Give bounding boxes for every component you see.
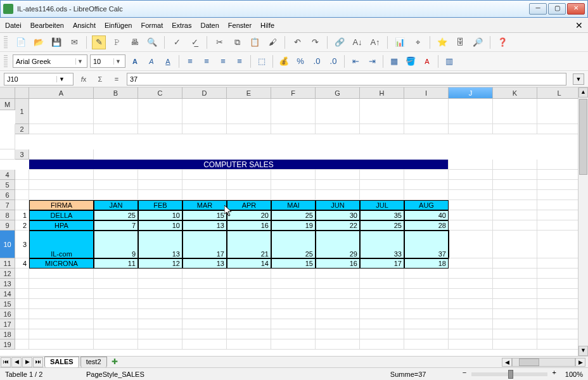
currency-icon[interactable]: 💰 xyxy=(277,54,291,68)
paste-icon[interactable]: 📋 xyxy=(248,35,262,49)
tab-last-icon[interactable]: ⏭ xyxy=(33,357,43,367)
cell-G11[interactable]: 15 xyxy=(271,258,316,269)
hyperlink-icon[interactable]: 🔗 xyxy=(333,35,347,49)
cell-G15[interactable] xyxy=(271,299,316,309)
cell-M1[interactable] xyxy=(0,124,15,149)
tab-test2[interactable]: test2 xyxy=(80,357,107,367)
cell-M10[interactable] xyxy=(537,231,582,258)
cell-K7[interactable] xyxy=(449,200,493,210)
cell-I11[interactable]: 17 xyxy=(360,258,404,269)
cell-H16[interactable] xyxy=(316,309,360,319)
align-center-icon[interactable]: ≡ xyxy=(200,54,214,68)
cell-E10[interactable]: 17 xyxy=(182,231,227,258)
cell-E19[interactable] xyxy=(182,339,227,350)
cell-D1[interactable] xyxy=(182,99,227,124)
cell-K19[interactable] xyxy=(449,339,493,350)
cell-I1[interactable] xyxy=(404,99,449,124)
cell-A17[interactable] xyxy=(15,319,29,329)
row-header-13[interactable]: 13 xyxy=(0,279,15,289)
menu-view[interactable]: Ansicht xyxy=(73,22,96,29)
cell-G1[interactable] xyxy=(316,99,360,124)
cell-M2[interactable] xyxy=(0,149,15,160)
decimal-del-icon[interactable]: .0 xyxy=(326,54,340,68)
copy-icon[interactable]: ⧉ xyxy=(230,35,244,49)
cell-J4[interactable] xyxy=(404,170,449,180)
name-box[interactable]: ▼ xyxy=(4,73,74,86)
cell-L2[interactable] xyxy=(537,124,582,134)
cell-J2[interactable] xyxy=(449,124,493,134)
gridlines-icon[interactable]: ▥ xyxy=(442,54,456,68)
cell-A16[interactable] xyxy=(15,309,29,319)
cell-J19[interactable] xyxy=(404,339,449,350)
cell-E13[interactable] xyxy=(182,279,227,289)
cell-J14[interactable] xyxy=(404,289,449,299)
autocheck-icon[interactable]: ✓̲ xyxy=(188,35,201,49)
cell-F19[interactable] xyxy=(227,339,271,350)
italic-icon[interactable]: A xyxy=(144,54,158,68)
cell-D11[interactable]: 12 xyxy=(138,258,182,269)
cell-F16[interactable] xyxy=(227,309,271,319)
cell-I7[interactable]: JUL xyxy=(360,200,404,210)
cell-I13[interactable] xyxy=(360,279,404,289)
cell-I18[interactable] xyxy=(360,329,404,339)
cell-E5[interactable] xyxy=(182,180,227,190)
cell-H19[interactable] xyxy=(316,339,360,350)
cell-B6[interactable] xyxy=(29,190,94,200)
menu-insert[interactable]: Einfügen xyxy=(105,22,132,29)
scroll-left-icon[interactable]: ◀ xyxy=(502,358,512,367)
navigator-icon[interactable]: ⌖ xyxy=(411,35,425,49)
cell-H6[interactable] xyxy=(316,190,360,200)
add-sheet-icon[interactable]: ✚ xyxy=(110,357,120,367)
zoom-icon[interactable]: 🔎 xyxy=(471,35,485,49)
cell-L8[interactable] xyxy=(493,210,537,220)
cell-K2[interactable] xyxy=(493,124,537,134)
cell-J15[interactable] xyxy=(404,299,449,309)
paintbrush-icon[interactable]: 🖌 xyxy=(265,35,279,49)
cell-A13[interactable] xyxy=(15,279,29,289)
cell-E6[interactable] xyxy=(182,190,227,200)
cell-M13[interactable] xyxy=(537,279,582,289)
help-icon[interactable]: ❓ xyxy=(495,35,509,49)
chevron-down-icon[interactable]: ▼ xyxy=(56,76,67,82)
cell-H9[interactable]: 22 xyxy=(316,220,360,231)
col-header-K[interactable]: K xyxy=(493,87,537,99)
col-header-B[interactable]: B xyxy=(94,87,138,99)
scroll-right-icon[interactable]: ▶ xyxy=(575,358,585,367)
menu-data[interactable]: Daten xyxy=(200,22,219,29)
cell-C7[interactable]: JAN xyxy=(94,200,138,210)
cell-B1[interactable] xyxy=(94,99,138,124)
cell-E18[interactable] xyxy=(182,329,227,339)
cell-I2[interactable] xyxy=(404,124,449,134)
cell-C2[interactable] xyxy=(138,124,182,134)
cell-I9[interactable]: 25 xyxy=(360,220,404,231)
row-header-11[interactable]: 11 xyxy=(0,258,15,269)
cell-G5[interactable] xyxy=(271,180,316,190)
cell-B13[interactable] xyxy=(29,279,94,289)
cell-D5[interactable] xyxy=(138,180,182,190)
cell-C14[interactable] xyxy=(94,289,138,299)
cell-E14[interactable] xyxy=(182,289,227,299)
scroll-down-icon[interactable]: ▼ xyxy=(578,346,588,356)
cell-H4[interactable] xyxy=(316,170,360,180)
cell-C1[interactable] xyxy=(138,99,182,124)
cell-C9[interactable]: 7 xyxy=(94,220,138,231)
cell-E11[interactable]: 13 xyxy=(182,258,227,269)
row-header-2[interactable]: 2 xyxy=(15,124,29,134)
cell-B3[interactable]: COMPUTER SALES xyxy=(29,160,449,170)
cell-F5[interactable] xyxy=(227,180,271,190)
cell-K16[interactable] xyxy=(449,309,493,319)
row-header-12[interactable]: 12 xyxy=(0,269,15,279)
cell-I15[interactable] xyxy=(360,299,404,309)
cell-B18[interactable] xyxy=(29,329,94,339)
col-header-H[interactable]: H xyxy=(360,87,404,99)
cell-B19[interactable] xyxy=(29,339,94,350)
row-header-19[interactable]: 19 xyxy=(0,339,15,350)
cell-A3[interactable] xyxy=(29,149,94,160)
sort-desc-icon[interactable]: A↑ xyxy=(368,35,382,49)
cell-M16[interactable] xyxy=(537,309,582,319)
cell-L4[interactable] xyxy=(493,170,537,180)
cell-K14[interactable] xyxy=(449,289,493,299)
cell-G10[interactable]: 25 xyxy=(271,231,316,258)
menu-window[interactable]: Fenster xyxy=(228,22,252,29)
borders-icon[interactable]: ▦ xyxy=(387,54,401,68)
